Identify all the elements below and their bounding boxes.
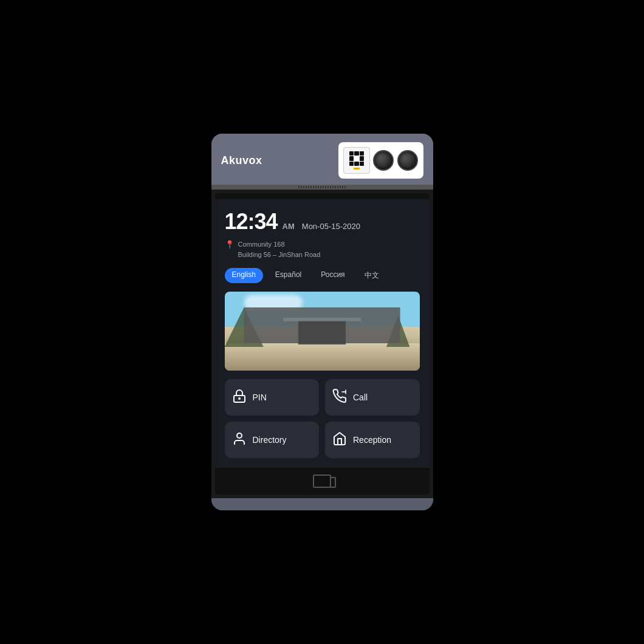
reception-label: Reception	[353, 435, 391, 445]
call-button[interactable]: Call	[325, 379, 420, 416]
action-buttons-grid: PIN Call	[225, 379, 420, 458]
pin-label: PIN	[253, 392, 267, 402]
building-roof	[283, 318, 361, 322]
device-header: Akuvox	[211, 134, 433, 185]
camera-module	[338, 142, 423, 179]
clock-ampm: AM	[283, 222, 295, 231]
lang-tab-chinese[interactable]: 中文	[357, 268, 386, 283]
screen: 12:34 AM Mon-05-15-2020 📍 Community 168 …	[215, 193, 430, 495]
call-label: Call	[353, 392, 368, 402]
lang-tab-russia[interactable]: Россия	[313, 268, 352, 283]
location-line1: Community 168	[238, 239, 321, 250]
location-line2: Building 56 – JinShan Road	[238, 250, 321, 260]
brand-label: Akuvox	[221, 154, 262, 167]
screen-topbar	[215, 193, 430, 199]
building-image	[225, 292, 420, 371]
camera-lenses	[373, 150, 418, 171]
lens-secondary	[397, 150, 418, 171]
svg-point-5	[237, 433, 242, 438]
clock-time: 12:34	[225, 209, 278, 235]
reception-icon	[332, 431, 347, 448]
speaker-grille	[211, 185, 433, 190]
device-body: Akuvox	[211, 134, 433, 510]
building-ground	[225, 343, 420, 371]
screen-content: 12:34 AM Mon-05-15-2020 📍 Community 168 …	[215, 199, 430, 468]
screen-bezel: 12:34 AM Mon-05-15-2020 📍 Community 168 …	[211, 190, 433, 498]
directory-button[interactable]: Directory	[225, 422, 320, 458]
directory-label: Directory	[253, 435, 287, 445]
lens-main	[373, 150, 394, 171]
home-indicator-icon[interactable]	[313, 474, 331, 488]
location-row: 📍 Community 168 Building 56 – JinShan Ro…	[225, 239, 420, 259]
building-entrance	[298, 321, 345, 344]
directory-icon	[232, 431, 247, 448]
clock-date: Mon-05-15-2020	[302, 222, 360, 231]
lang-tab-espanol[interactable]: Español	[268, 268, 309, 283]
svg-point-1	[239, 398, 240, 399]
location-text: Community 168 Building 56 – JinShan Road	[238, 239, 321, 259]
location-icon: 📍	[225, 240, 235, 249]
pin-button[interactable]: PIN	[225, 379, 320, 416]
reception-button[interactable]: Reception	[325, 422, 420, 458]
screen-bottom-bar	[215, 468, 430, 495]
call-icon	[332, 389, 347, 406]
pin-icon	[232, 389, 247, 406]
language-tabs: English Español Россия 中文	[225, 268, 420, 283]
device-bottom	[211, 498, 433, 510]
clock-row: 12:34 AM Mon-05-15-2020	[225, 209, 420, 235]
lang-tab-english[interactable]: English	[225, 268, 263, 283]
